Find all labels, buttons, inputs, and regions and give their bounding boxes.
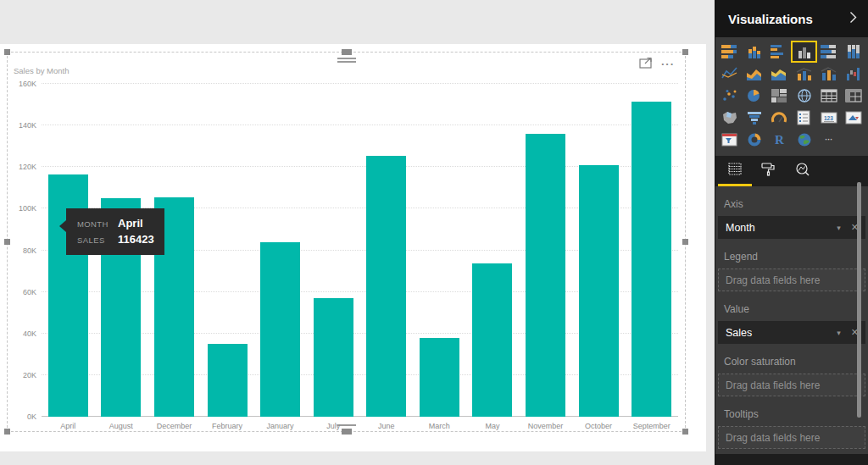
dropzone-color-saturation[interactable]: Drag data fields here — [718, 374, 865, 396]
x-tick-label: March — [413, 422, 466, 430]
x-tick-label: February — [201, 422, 254, 430]
bar-march[interactable] — [420, 338, 459, 417]
chevron-down-icon[interactable]: ▾ — [837, 329, 841, 337]
kpi-icon[interactable] — [843, 108, 865, 127]
donut-chart-icon[interactable] — [743, 130, 765, 149]
x-tick-label: September — [625, 422, 678, 430]
tooltip-field-value: 116423 — [118, 233, 154, 246]
bar-june[interactable] — [366, 156, 406, 417]
matrix-icon[interactable] — [843, 86, 865, 105]
drag-grip-icon[interactable] — [337, 58, 356, 64]
y-tick-label: 60K — [8, 288, 36, 296]
stacked-column-chart-icon[interactable] — [743, 42, 765, 61]
clustered-bar-chart-icon[interactable] — [768, 42, 790, 61]
100-stacked-bar-chart-icon[interactable] — [818, 42, 840, 61]
visualizations-pane: Visualizations 123R··· AxisMonth▾✕Legend… — [715, 0, 868, 465]
arcgis-map-icon[interactable] — [793, 130, 815, 149]
y-tick-label: 20K — [8, 371, 36, 379]
field-pill-sales[interactable]: Sales▾✕ — [718, 321, 865, 344]
pane-tabs — [715, 156, 868, 186]
line-and-clustered-column-chart-icon[interactable] — [818, 64, 840, 83]
pie-chart-icon[interactable] — [743, 86, 765, 105]
x-tick-label: December — [147, 422, 201, 430]
resize-handle[interactable] — [4, 429, 10, 435]
y-tick-label: 80K — [8, 246, 36, 255]
well-tooltips: TooltipsDrag data fields here — [718, 408, 865, 449]
field-pill-month[interactable]: Month▾✕ — [718, 216, 865, 239]
bar-slot — [519, 84, 572, 417]
map-icon[interactable] — [793, 86, 815, 105]
dropzone-legend[interactable]: Drag data fields here — [718, 268, 865, 291]
chart-title: Sales by Month — [14, 66, 69, 75]
svg-text:R: R — [775, 133, 784, 147]
r-script-visual-icon[interactable]: R — [768, 130, 790, 149]
y-tick-label: 100K — [8, 204, 36, 213]
data-tooltip: MONTH April SALES 116423 — [66, 208, 164, 255]
svg-text:123: 123 — [824, 115, 833, 121]
multi-row-card-icon[interactable] — [793, 108, 815, 127]
stacked-bar-chart-icon[interactable] — [719, 42, 741, 61]
y-tick-label: 40K — [8, 329, 36, 338]
x-tick-label: October — [572, 422, 626, 430]
x-tick-label: May — [466, 422, 520, 430]
scatter-chart-icon[interactable] — [719, 86, 741, 105]
format-icon — [760, 162, 777, 180]
bar-february[interactable] — [208, 344, 248, 417]
collapse-pane-chevron-icon[interactable] — [849, 11, 857, 27]
funnel-icon[interactable] — [743, 108, 765, 127]
chevron-down-icon[interactable]: ▾ — [837, 224, 841, 232]
slicer-icon[interactable] — [719, 130, 741, 149]
resize-handle[interactable] — [342, 49, 352, 55]
tab-analytics[interactable] — [786, 156, 820, 186]
line-chart-icon[interactable] — [719, 64, 741, 83]
bar-slot — [359, 84, 413, 417]
area-chart-icon[interactable] — [743, 64, 765, 83]
pane-scrollbar[interactable] — [857, 182, 861, 418]
card-icon[interactable]: 123 — [818, 108, 840, 127]
y-tick-label: 120K — [8, 163, 36, 171]
bar-january[interactable] — [260, 242, 300, 417]
resize-handle[interactable] — [4, 49, 10, 55]
dropzone-tooltips[interactable]: Drag data fields here — [718, 426, 865, 449]
bar-chart-visual[interactable]: ··· Sales by Month 0K20K40K60K80K100K120… — [7, 52, 686, 432]
100-stacked-column-chart-icon[interactable] — [843, 42, 865, 61]
bar-july[interactable] — [314, 298, 353, 417]
well-label-value: Value — [724, 303, 865, 315]
field-wells: AxisMonth▾✕LegendDrag data fields hereVa… — [715, 198, 868, 449]
y-axis: 0K20K40K60K80K100K120K140K160K — [8, 84, 36, 417]
bar-slot — [466, 84, 520, 417]
stacked-area-chart-icon[interactable] — [768, 64, 790, 83]
filled-map-icon[interactable] — [719, 108, 741, 127]
well-label-tooltips: Tooltips — [724, 408, 865, 420]
table-icon[interactable] — [818, 86, 840, 105]
resize-handle[interactable] — [682, 49, 688, 55]
more-options-icon[interactable]: ··· — [818, 130, 840, 149]
clustered-column-chart-icon[interactable] — [793, 42, 815, 61]
gauge-icon[interactable] — [768, 108, 790, 127]
bar-october[interactable] — [579, 165, 619, 417]
bar-november[interactable] — [526, 134, 565, 417]
resize-handle[interactable] — [682, 429, 688, 435]
bar-may[interactable] — [472, 263, 512, 417]
bar-slot — [201, 84, 254, 417]
treemap-icon[interactable] — [768, 86, 790, 105]
y-tick-label: 0K — [8, 412, 36, 421]
bar-slot — [413, 84, 466, 417]
bar-september[interactable] — [632, 102, 671, 417]
x-tick-label: June — [359, 422, 413, 430]
field-name: Sales — [726, 327, 837, 339]
more-options-icon[interactable]: ··· — [661, 60, 675, 69]
tab-format[interactable] — [752, 156, 786, 186]
tooltip-field-label: SALES — [77, 233, 118, 246]
x-tick-label: January — [253, 422, 307, 430]
well-label-axis: Axis — [724, 198, 865, 210]
tooltip-field-label: MONTH — [77, 217, 118, 230]
line-and-stacked-column-chart-icon[interactable] — [793, 64, 815, 83]
tab-fields[interactable] — [718, 156, 752, 186]
visual-type-gallery: 123R··· — [715, 37, 868, 154]
resize-handle[interactable] — [682, 239, 688, 245]
focus-mode-icon[interactable] — [639, 57, 653, 72]
waterfall-chart-icon[interactable] — [843, 64, 865, 83]
x-axis: AprilAugustDecemberFebruaryJanuaryJulyJu… — [42, 422, 678, 430]
well-label-legend: Legend — [724, 251, 865, 263]
